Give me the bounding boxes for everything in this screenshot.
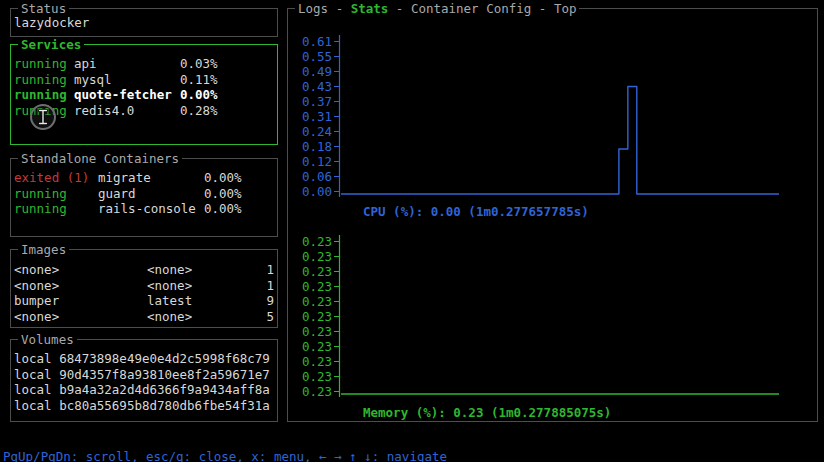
container-name: migrate xyxy=(98,170,204,186)
container-name: rails-console xyxy=(98,201,204,217)
y-tick-label: 0.23 xyxy=(292,354,332,369)
tab-top[interactable]: Top xyxy=(554,1,577,16)
lazydocker-app: { "colors": { "green": "#2fb72f", "red":… xyxy=(0,0,824,462)
y-tick-label: 0.23 xyxy=(292,249,332,264)
volume-row[interactable]: local bc80a55695b8d780db6fbe54f31a xyxy=(11,398,277,414)
image-row[interactable]: bumperlatest9 xyxy=(11,293,277,309)
image-tag: <none> xyxy=(147,262,266,278)
container-cpu-percent: 0.00% xyxy=(204,201,242,217)
service-row[interactable]: runningquote-fetcher0.00% xyxy=(11,87,277,103)
status-panel-title: Status xyxy=(18,1,69,16)
tab-stats[interactable]: Stats xyxy=(351,1,389,16)
volume-name: 68473898e49e0e4d2c5998f68c79 xyxy=(59,351,270,367)
container-state: running xyxy=(14,87,74,103)
y-tick-label: 0.23 xyxy=(292,384,332,399)
image-row[interactable]: <none><none>1 xyxy=(11,262,277,278)
y-tick-label: 0.43 xyxy=(292,79,332,94)
images-panel-title: Images xyxy=(18,242,69,257)
y-tick-label: 0.23 xyxy=(292,264,332,279)
volume-row[interactable]: local 68473898e49e0e4d2c5998f68c79 xyxy=(11,351,277,367)
volume-row[interactable]: local 90d4357f8a93810ee8f2a59671e7 xyxy=(11,367,277,383)
cpu-chart-y-axis-labels: 0.610.550.490.430.370.310.240.180.120.06… xyxy=(292,34,332,199)
volume-driver: local xyxy=(14,367,59,383)
y-tick-label: 0.06 xyxy=(292,169,332,184)
tab-container-config[interactable]: Container Config xyxy=(411,1,531,16)
images-panel[interactable]: Images <none><none>1<none><none>1bumperl… xyxy=(10,249,278,328)
image-repo: <none> xyxy=(14,262,147,278)
standalone-container-row[interactable]: runningguard0.00% xyxy=(11,186,277,202)
image-tag: <none> xyxy=(147,278,266,294)
mouse-cursor-icon xyxy=(29,103,57,131)
container-cpu-percent: 0.28% xyxy=(180,103,218,119)
cpu-chart xyxy=(334,33,816,205)
image-row[interactable]: <none><none>5 xyxy=(11,309,277,325)
memory-chart xyxy=(334,233,816,405)
memory-chart-y-axis-labels: 0.230.230.230.230.230.230.230.230.230.23… xyxy=(292,234,332,399)
standalone-containers-panel[interactable]: Standalone Containers exited (1)migrate0… xyxy=(10,158,278,237)
memory-chart-label: Memory (%): 0.23 (1m0.277885075s) xyxy=(363,405,611,420)
main-panel-tabs: Logs - Stats - Container Config - Top xyxy=(295,1,579,16)
status-panel[interactable]: Status lazydocker xyxy=(10,8,278,37)
y-tick-label: 0.23 xyxy=(292,339,332,354)
volumes-panel-title: Volumes xyxy=(18,332,77,347)
container-cpu-percent: 0.00% xyxy=(204,186,242,202)
container-state: exited (1) xyxy=(14,170,98,186)
tab-separator: - xyxy=(388,1,411,16)
service-row[interactable]: runningmysql0.11% xyxy=(11,72,277,88)
volume-driver: local xyxy=(14,351,59,367)
y-tick-label: 0.00 xyxy=(292,184,332,199)
image-tag: latest xyxy=(147,293,266,309)
y-tick-label: 0.31 xyxy=(292,109,332,124)
container-cpu-percent: 0.11% xyxy=(180,72,218,88)
image-row[interactable]: <none><none>1 xyxy=(11,278,277,294)
image-repo: <none> xyxy=(14,309,147,325)
image-count: 9 xyxy=(266,293,274,309)
image-count: 1 xyxy=(266,278,274,294)
y-tick-label: 0.55 xyxy=(292,49,332,64)
y-tick-label: 0.49 xyxy=(292,64,332,79)
y-tick-label: 0.23 xyxy=(292,294,332,309)
standalone-container-row[interactable]: exited (1)migrate0.00% xyxy=(11,170,277,186)
tab-separator: - xyxy=(328,1,351,16)
volume-name: b9a4a32a2d4d6366f9a9434aff8a xyxy=(59,382,270,398)
tab-logs[interactable]: Logs xyxy=(298,1,328,16)
image-repo: bumper xyxy=(14,293,147,309)
volumes-list: local 68473898e49e0e4d2c5998f68c79local … xyxy=(11,340,277,413)
standalone-container-row[interactable]: runningrails-console0.00% xyxy=(11,201,277,217)
container-cpu-percent: 0.00% xyxy=(180,87,218,103)
container-name: guard xyxy=(98,186,204,202)
volumes-panel[interactable]: Volumes local 68473898e49e0e4d2c5998f68c… xyxy=(10,339,278,422)
stats-panel[interactable]: Logs - Stats - Container Config - Top 0.… xyxy=(287,8,818,422)
standalone-panel-title: Standalone Containers xyxy=(18,151,182,166)
y-tick-label: 0.23 xyxy=(292,234,332,249)
container-name: mysql xyxy=(74,72,180,88)
service-row[interactable]: runningapi0.03% xyxy=(11,56,277,72)
image-repo: <none> xyxy=(14,278,147,294)
container-name: quote-fetcher xyxy=(74,87,180,103)
services-panel-title: Services xyxy=(18,37,84,52)
y-tick-label: 0.12 xyxy=(292,154,332,169)
volume-name: 90d4357f8a93810ee8f2a59671e7 xyxy=(59,367,270,383)
container-state: running xyxy=(14,72,74,88)
volume-driver: local xyxy=(14,398,59,414)
volume-row[interactable]: local b9a4a32a2d4d6366f9a9434aff8a xyxy=(11,382,277,398)
y-tick-label: 0.23 xyxy=(292,324,332,339)
y-tick-label: 0.23 xyxy=(292,309,332,324)
image-tag: <none> xyxy=(147,309,266,325)
container-cpu-percent: 0.03% xyxy=(180,56,218,72)
images-list: <none><none>1<none><none>1bumperlatest9<… xyxy=(11,250,277,324)
cpu-chart-label: CPU (%): 0.00 (1m0.277657785s) xyxy=(363,204,589,219)
container-cpu-percent: 0.00% xyxy=(204,170,242,186)
cpu-percent-line xyxy=(341,87,779,195)
container-state: running xyxy=(14,201,98,217)
container-name: redis4.0 xyxy=(74,103,180,119)
y-tick-label: 0.23 xyxy=(292,369,332,384)
y-tick-label: 0.23 xyxy=(292,279,332,294)
image-count: 5 xyxy=(266,309,274,325)
y-tick-label: 0.61 xyxy=(292,34,332,49)
container-name: api xyxy=(74,56,180,72)
y-tick-label: 0.18 xyxy=(292,139,332,154)
status-bar: PgUp/PgDn: scroll, esc/q: close, x: menu… xyxy=(0,433,824,449)
y-tick-label: 0.37 xyxy=(292,94,332,109)
volume-name: bc80a55695b8d780db6fbe54f31a xyxy=(59,398,270,414)
